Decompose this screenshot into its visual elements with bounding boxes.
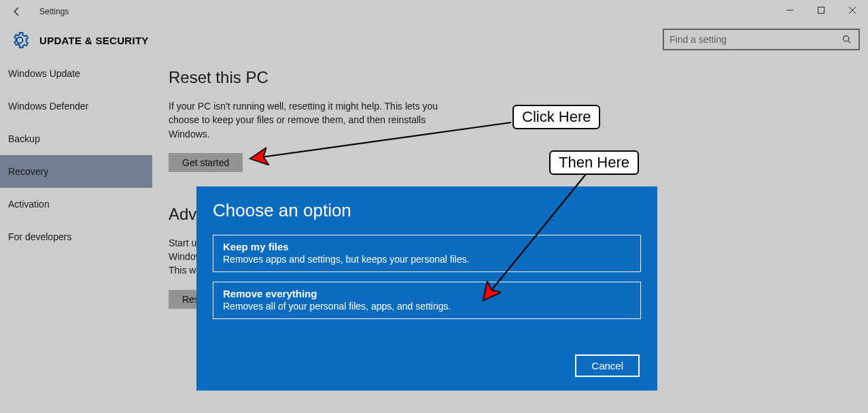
choose-option-dialog: Choose an option Keep my files Removes a… (196, 186, 657, 391)
sidebar-item-label: Backup (8, 133, 40, 144)
sidebar: Windows Update Windows Defender Backup R… (0, 57, 152, 253)
option-keep-my-files[interactable]: Keep my files Removes apps and settings,… (213, 235, 641, 272)
svg-rect-1 (818, 7, 824, 14)
svg-line-3 (848, 41, 850, 43)
window-titlebar: Settings (0, 0, 868, 23)
gear-icon (10, 30, 30, 50)
sidebar-item-label: Recovery (8, 166, 48, 177)
close-icon (848, 6, 856, 14)
close-button[interactable] (837, 0, 868, 20)
section-title: UPDATE & SECURITY (39, 35, 149, 46)
search-input[interactable] (664, 34, 835, 45)
reset-body: If your PC isn't running well, resetting… (169, 99, 461, 141)
sidebar-item-label: For developers (8, 231, 71, 242)
maximize-button[interactable] (805, 0, 837, 20)
search-icon (835, 34, 858, 45)
sidebar-item-label: Windows Defender (8, 101, 88, 112)
option-desc: Removes all of your personal files, apps… (223, 301, 631, 312)
sidebar-item-windows-update[interactable]: Windows Update (0, 57, 152, 90)
annotation-click-here: Click Here (513, 105, 600, 129)
option-title: Keep my files (223, 241, 631, 252)
dialog-title: Choose an option (196, 186, 657, 231)
sidebar-item-backup[interactable]: Backup (0, 122, 152, 155)
get-started-button[interactable]: Get started (169, 153, 243, 172)
option-title: Remove everything (223, 288, 631, 299)
reset-heading: Reset this PC (169, 68, 644, 87)
search-box[interactable] (663, 29, 860, 50)
sidebar-item-for-developers[interactable]: For developers (0, 220, 152, 253)
sidebar-item-activation[interactable]: Activation (0, 188, 152, 220)
window-title: Settings (39, 7, 69, 16)
arrow-left-icon (11, 5, 23, 18)
sidebar-item-recovery[interactable]: Recovery (0, 155, 152, 188)
maximize-icon (817, 6, 825, 14)
back-button[interactable] (0, 0, 34, 23)
sidebar-item-windows-defender[interactable]: Windows Defender (0, 90, 152, 122)
cancel-button[interactable]: Cancel (575, 354, 640, 377)
svg-point-2 (844, 36, 849, 42)
option-desc: Removes apps and settings, but keeps you… (223, 254, 631, 265)
annotation-then-here: Then Here (549, 150, 639, 175)
minimize-button[interactable] (774, 0, 805, 20)
window-controls (774, 0, 868, 23)
option-remove-everything[interactable]: Remove everything Removes all of your pe… (213, 282, 641, 319)
sidebar-item-label: Windows Update (8, 68, 80, 79)
sidebar-item-label: Activation (8, 199, 50, 210)
minimize-icon (786, 6, 794, 14)
